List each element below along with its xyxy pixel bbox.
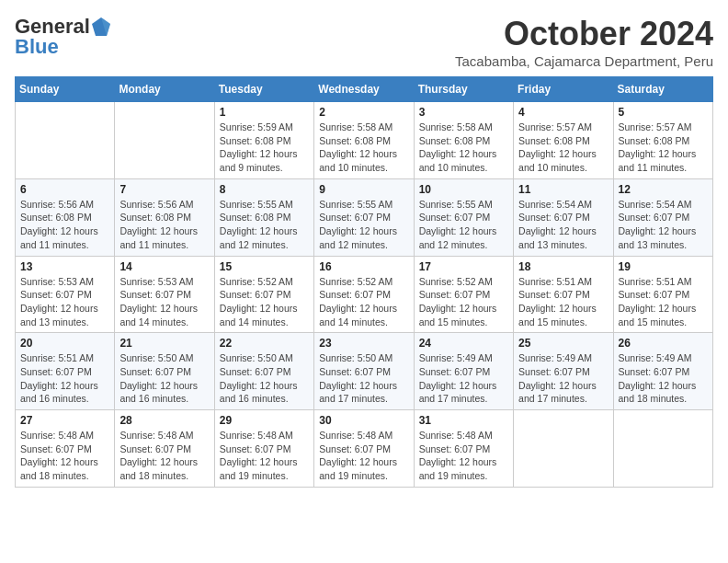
calendar-cell: 10Sunrise: 5:55 AM Sunset: 6:07 PM Dayli… [414, 178, 513, 256]
day-number: 18 [518, 260, 608, 273]
calendar-cell: 29Sunrise: 5:48 AM Sunset: 6:07 PM Dayli… [214, 410, 313, 488]
day-detail: Sunrise: 5:51 AM Sunset: 6:07 PM Dayligh… [20, 351, 109, 406]
day-detail: Sunrise: 5:49 AM Sunset: 6:07 PM Dayligh… [419, 351, 508, 406]
calendar-cell [115, 102, 214, 179]
calendar-cell: 25Sunrise: 5:49 AM Sunset: 6:07 PM Dayli… [514, 333, 613, 410]
day-detail: Sunrise: 5:56 AM Sunset: 6:08 PM Dayligh… [119, 198, 209, 252]
day-detail: Sunrise: 5:58 AM Sunset: 6:08 PM Dayligh… [319, 121, 408, 175]
weekday-header: Thursday [414, 77, 513, 102]
calendar-cell: 23Sunrise: 5:50 AM Sunset: 6:07 PM Dayli… [314, 333, 414, 410]
calendar-cell [514, 410, 613, 488]
day-detail: Sunrise: 5:48 AM Sunset: 6:07 PM Dayligh… [419, 429, 508, 483]
day-detail: Sunrise: 5:53 AM Sunset: 6:07 PM Dayligh… [119, 275, 209, 329]
day-number: 31 [419, 414, 508, 427]
day-number: 9 [319, 183, 408, 196]
calendar-cell: 15Sunrise: 5:52 AM Sunset: 6:07 PM Dayli… [214, 256, 313, 333]
logo: General Blue [15, 15, 112, 59]
calendar-cell: 20Sunrise: 5:51 AM Sunset: 6:07 PM Dayli… [16, 333, 115, 410]
calendar-cell: 28Sunrise: 5:48 AM Sunset: 6:07 PM Dayli… [115, 410, 214, 488]
day-number: 15 [220, 260, 309, 273]
day-detail: Sunrise: 5:54 AM Sunset: 6:07 PM Dayligh… [518, 198, 608, 252]
day-number: 25 [518, 337, 608, 350]
day-detail: Sunrise: 5:51 AM Sunset: 6:07 PM Dayligh… [518, 275, 608, 329]
day-detail: Sunrise: 5:49 AM Sunset: 6:07 PM Dayligh… [619, 351, 708, 406]
calendar-cell: 16Sunrise: 5:52 AM Sunset: 6:07 PM Dayli… [314, 256, 414, 333]
calendar-cell: 9Sunrise: 5:55 AM Sunset: 6:07 PM Daylig… [314, 178, 414, 256]
day-detail: Sunrise: 5:55 AM Sunset: 6:08 PM Dayligh… [220, 198, 309, 252]
day-detail: Sunrise: 5:58 AM Sunset: 6:08 PM Dayligh… [419, 121, 508, 175]
calendar-cell: 31Sunrise: 5:48 AM Sunset: 6:07 PM Dayli… [414, 410, 513, 488]
weekday-header: Sunday [16, 77, 115, 102]
day-number: 30 [319, 414, 408, 427]
day-detail: Sunrise: 5:50 AM Sunset: 6:07 PM Dayligh… [319, 351, 408, 406]
weekday-header: Monday [115, 77, 214, 102]
calendar-cell: 7Sunrise: 5:56 AM Sunset: 6:08 PM Daylig… [115, 178, 214, 256]
calendar-cell [613, 410, 712, 488]
calendar-cell: 13Sunrise: 5:53 AM Sunset: 6:07 PM Dayli… [16, 256, 115, 333]
day-number: 24 [419, 337, 508, 350]
day-number: 21 [119, 337, 209, 350]
day-number: 26 [619, 337, 708, 350]
day-detail: Sunrise: 5:52 AM Sunset: 6:07 PM Dayligh… [319, 275, 408, 329]
day-number: 19 [619, 260, 708, 273]
day-detail: Sunrise: 5:48 AM Sunset: 6:07 PM Dayligh… [20, 429, 109, 483]
day-number: 17 [419, 260, 508, 273]
day-number: 5 [619, 106, 708, 119]
calendar-week-row: 20Sunrise: 5:51 AM Sunset: 6:07 PM Dayli… [16, 333, 713, 410]
day-number: 2 [319, 106, 408, 119]
calendar-cell: 30Sunrise: 5:48 AM Sunset: 6:07 PM Dayli… [314, 410, 414, 488]
weekday-header: Saturday [613, 77, 712, 102]
calendar-cell: 1Sunrise: 5:59 AM Sunset: 6:08 PM Daylig… [214, 102, 313, 179]
day-detail: Sunrise: 5:57 AM Sunset: 6:08 PM Dayligh… [619, 121, 708, 175]
calendar-cell: 2Sunrise: 5:58 AM Sunset: 6:08 PM Daylig… [314, 102, 414, 179]
calendar-cell: 5Sunrise: 5:57 AM Sunset: 6:08 PM Daylig… [613, 102, 712, 179]
calendar-cell [16, 102, 115, 179]
logo-icon [91, 17, 111, 37]
calendar-cell: 27Sunrise: 5:48 AM Sunset: 6:07 PM Dayli… [16, 410, 115, 488]
day-number: 28 [119, 414, 209, 427]
calendar-cell: 18Sunrise: 5:51 AM Sunset: 6:07 PM Dayli… [514, 256, 613, 333]
day-detail: Sunrise: 5:48 AM Sunset: 6:07 PM Dayligh… [319, 429, 408, 483]
day-number: 14 [119, 260, 209, 273]
calendar-cell: 24Sunrise: 5:49 AM Sunset: 6:07 PM Dayli… [414, 333, 513, 410]
weekday-header: Tuesday [214, 77, 313, 102]
calendar-header-row: SundayMondayTuesdayWednesdayThursdayFrid… [16, 77, 713, 102]
weekday-header: Wednesday [314, 77, 414, 102]
day-number: 22 [220, 337, 309, 350]
calendar-week-row: 6Sunrise: 5:56 AM Sunset: 6:08 PM Daylig… [16, 178, 713, 256]
day-number: 20 [20, 337, 109, 350]
day-detail: Sunrise: 5:50 AM Sunset: 6:07 PM Dayligh… [220, 351, 309, 406]
day-number: 29 [220, 414, 309, 427]
calendar-cell: 11Sunrise: 5:54 AM Sunset: 6:07 PM Dayli… [514, 178, 613, 256]
day-detail: Sunrise: 5:51 AM Sunset: 6:07 PM Dayligh… [619, 275, 708, 329]
day-number: 12 [619, 183, 708, 196]
day-detail: Sunrise: 5:59 AM Sunset: 6:08 PM Dayligh… [220, 121, 309, 175]
calendar-cell: 22Sunrise: 5:50 AM Sunset: 6:07 PM Dayli… [214, 333, 313, 410]
day-detail: Sunrise: 5:56 AM Sunset: 6:08 PM Dayligh… [20, 198, 109, 252]
day-number: 23 [319, 337, 408, 350]
day-number: 3 [419, 106, 508, 119]
calendar-week-row: 13Sunrise: 5:53 AM Sunset: 6:07 PM Dayli… [16, 256, 713, 333]
logo-blue-text: Blue [15, 35, 59, 59]
day-detail: Sunrise: 5:50 AM Sunset: 6:07 PM Dayligh… [119, 351, 209, 406]
calendar-cell: 6Sunrise: 5:56 AM Sunset: 6:08 PM Daylig… [16, 178, 115, 256]
page-header: General Blue October 2024 Tacabamba, Caj… [15, 15, 713, 69]
day-number: 6 [20, 183, 109, 196]
day-detail: Sunrise: 5:52 AM Sunset: 6:07 PM Dayligh… [419, 275, 508, 329]
calendar-cell: 21Sunrise: 5:50 AM Sunset: 6:07 PM Dayli… [115, 333, 214, 410]
day-detail: Sunrise: 5:48 AM Sunset: 6:07 PM Dayligh… [119, 429, 209, 483]
calendar-week-row: 27Sunrise: 5:48 AM Sunset: 6:07 PM Dayli… [16, 410, 713, 488]
day-detail: Sunrise: 5:48 AM Sunset: 6:07 PM Dayligh… [220, 429, 309, 483]
calendar-cell: 3Sunrise: 5:58 AM Sunset: 6:08 PM Daylig… [414, 102, 513, 179]
day-detail: Sunrise: 5:53 AM Sunset: 6:07 PM Dayligh… [20, 275, 109, 329]
weekday-header: Friday [514, 77, 613, 102]
day-number: 11 [518, 183, 608, 196]
calendar-cell: 17Sunrise: 5:52 AM Sunset: 6:07 PM Dayli… [414, 256, 513, 333]
day-detail: Sunrise: 5:55 AM Sunset: 6:07 PM Dayligh… [419, 198, 508, 252]
calendar-location: Tacabamba, Cajamarca Department, Peru [455, 53, 713, 69]
calendar-cell: 14Sunrise: 5:53 AM Sunset: 6:07 PM Dayli… [115, 256, 214, 333]
day-detail: Sunrise: 5:54 AM Sunset: 6:07 PM Dayligh… [619, 198, 708, 252]
day-number: 1 [220, 106, 309, 119]
day-number: 7 [119, 183, 209, 196]
day-detail: Sunrise: 5:52 AM Sunset: 6:07 PM Dayligh… [220, 275, 309, 329]
